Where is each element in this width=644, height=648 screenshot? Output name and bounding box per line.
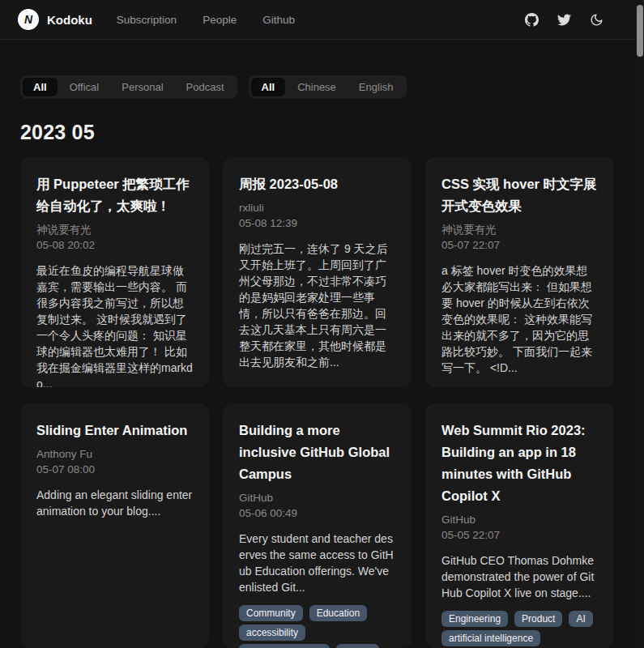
filter-category-personal[interactable]: Personal bbox=[111, 78, 173, 96]
article-title[interactable]: Building a more inclusive GitHub Global … bbox=[239, 420, 395, 485]
nav-github[interactable]: Github bbox=[262, 14, 295, 26]
month-heading: 2023 05 bbox=[20, 121, 614, 144]
article-date: 05-05 22:07 bbox=[441, 527, 598, 543]
tag[interactable]: AI bbox=[569, 611, 592, 627]
filter-category-offical[interactable]: Offical bbox=[59, 78, 110, 96]
header: N Kodoku Subscription People Github bbox=[0, 0, 636, 40]
article-title[interactable]: Sliding Enter Animation bbox=[36, 420, 193, 441]
main-content: All Offical Personal Podcast All Chinese… bbox=[0, 75, 636, 648]
article-title[interactable]: 用 Puppeteer 把繁琐工作给自动化了，太爽啦！ bbox=[36, 173, 193, 217]
articles-grid: 用 Puppeteer 把繁琐工作给自动化了，太爽啦！ 神说要有光 05-08 … bbox=[20, 157, 614, 648]
article-author: Anthony Fu bbox=[36, 446, 193, 462]
nav-people[interactable]: People bbox=[203, 14, 237, 26]
article-excerpt: Adding an elegant sliding enter animatio… bbox=[36, 487, 193, 519]
article-excerpt: GitHub CEO Thomas Dohmke demonstrated th… bbox=[441, 552, 598, 601]
category-filter-group: All Offical Personal Podcast bbox=[20, 75, 237, 99]
brand-logo-icon[interactable]: N bbox=[18, 9, 39, 30]
article-date: 05-06 00:49 bbox=[239, 505, 395, 521]
filter-category-all[interactable]: All bbox=[23, 78, 58, 96]
article-excerpt: Every student and teacher deserves the s… bbox=[239, 531, 395, 595]
language-filter-group: All Chinese English bbox=[249, 75, 407, 99]
article-date: 05-08 12:39 bbox=[239, 215, 395, 231]
article-card[interactable]: Building a more inclusive GitHub Global … bbox=[223, 403, 412, 648]
brand-name[interactable]: Kodoku bbox=[47, 13, 92, 27]
article-title[interactable]: CSS 实现 hover 时文字展开式变色效果 bbox=[441, 173, 598, 217]
scrollbar-thumb[interactable] bbox=[637, 5, 643, 57]
article-tags: Community Education accessibility GitHub… bbox=[239, 605, 395, 648]
tag[interactable]: Primer bbox=[336, 644, 379, 648]
moon-icon[interactable] bbox=[590, 13, 603, 27]
main-nav: Subscription People Github bbox=[117, 14, 295, 26]
twitter-icon[interactable] bbox=[557, 13, 571, 27]
filter-bar: All Offical Personal Podcast All Chinese… bbox=[20, 75, 614, 99]
article-author: GitHub bbox=[441, 512, 598, 527]
filter-language-all[interactable]: All bbox=[251, 78, 286, 96]
nav-subscription[interactable]: Subscription bbox=[117, 14, 177, 26]
article-title[interactable]: Web Summit Rio 2023: Building an app in … bbox=[441, 420, 598, 507]
article-author: 神说要有光 bbox=[441, 222, 598, 237]
article-date: 05-08 20:02 bbox=[36, 237, 193, 253]
article-date: 05-07 22:07 bbox=[441, 237, 598, 253]
article-excerpt: 最近在鱼皮的编程导航星球做嘉宾，需要输出一些内容。 而很多内容我之前写过，所以想… bbox=[36, 262, 193, 387]
tag[interactable]: GitHub Education bbox=[239, 644, 330, 648]
article-author: GitHub bbox=[239, 490, 395, 505]
filter-language-english[interactable]: English bbox=[348, 78, 404, 96]
article-excerpt: a 标签 hover 时变色的效果想必大家都能写出来： 但如果想要 hover … bbox=[441, 262, 598, 376]
article-date: 05-07 08:00 bbox=[36, 462, 193, 477]
tag[interactable]: accessibility bbox=[239, 625, 305, 641]
article-card[interactable]: Web Summit Rio 2023: Building an app in … bbox=[425, 403, 614, 648]
filter-language-chinese[interactable]: Chinese bbox=[287, 78, 347, 96]
tag[interactable]: Education bbox=[309, 605, 367, 621]
article-author: 神说要有光 bbox=[36, 222, 193, 237]
article-author: rxliuli bbox=[239, 200, 395, 215]
article-card[interactable]: 周报 2023-05-08 rxliuli 05-08 12:39 刚过完五一，… bbox=[223, 157, 412, 387]
scrollbar-track[interactable] bbox=[636, 0, 644, 648]
article-card[interactable]: CSS 实现 hover 时文字展开式变色效果 神说要有光 05-07 22:0… bbox=[425, 157, 614, 387]
filter-category-podcast[interactable]: Podcast bbox=[176, 78, 235, 96]
github-icon[interactable] bbox=[525, 13, 539, 27]
article-tags: Engineering Product AI artificial intell… bbox=[441, 611, 598, 648]
article-excerpt: 刚过完五一，连休了 9 天之后又开始上班了。上周回到了广州父母那边，不过非常不凑… bbox=[239, 241, 395, 370]
tag[interactable]: Community bbox=[239, 605, 303, 621]
header-icons bbox=[525, 13, 603, 27]
tag[interactable]: Engineering bbox=[441, 611, 508, 627]
article-card[interactable]: 用 Puppeteer 把繁琐工作给自动化了，太爽啦！ 神说要有光 05-08 … bbox=[20, 157, 209, 387]
tag[interactable]: artificial intelligence bbox=[441, 630, 540, 646]
article-title[interactable]: 周报 2023-05-08 bbox=[239, 173, 395, 195]
tag[interactable]: Product bbox=[514, 611, 562, 627]
article-card[interactable]: Sliding Enter Animation Anthony Fu 05-07… bbox=[20, 403, 209, 648]
